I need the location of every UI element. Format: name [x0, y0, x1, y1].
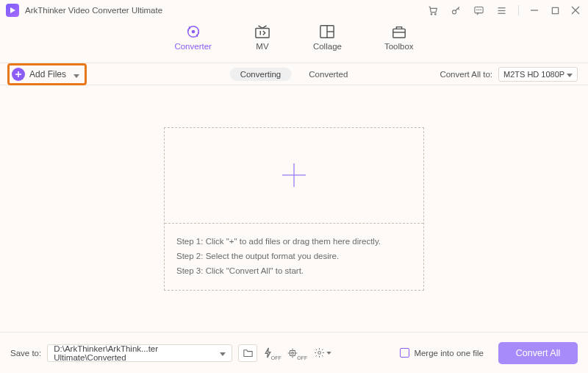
svg-marker-0	[10, 7, 15, 13]
svg-point-2	[434, 13, 436, 15]
instructions: Step 1: Click "+" to add files or drag t…	[165, 224, 423, 290]
minimize-button[interactable]	[529, 5, 539, 15]
convert-all-to-label: Convert All to:	[440, 70, 492, 79]
maximize-button[interactable]	[550, 5, 560, 15]
drop-zone-add[interactable]	[165, 128, 423, 224]
tab-label: Collage	[313, 42, 342, 51]
menu-icon[interactable]	[495, 4, 507, 16]
save-to-label: Save to:	[10, 349, 41, 358]
main-area: Step 1: Click "+" to add files or drag t…	[0, 85, 588, 332]
add-files-button[interactable]: Add Files	[10, 66, 84, 82]
bolt-icon: OFF	[264, 347, 282, 358]
tab-collage[interactable]: Collage	[313, 24, 342, 51]
close-button[interactable]	[570, 5, 581, 15]
convert-all-label: Convert All	[516, 348, 560, 358]
logo-icon	[9, 7, 16, 14]
svg-point-16	[191, 30, 195, 34]
main-tabs: Converter MV Collage Toolbox	[0, 21, 588, 63]
tab-converting[interactable]: Converting	[230, 68, 292, 81]
mv-icon	[254, 24, 270, 40]
toolbox-icon	[391, 24, 407, 40]
gpu-button[interactable]: OFF	[288, 344, 307, 362]
cart-icon[interactable]	[427, 4, 439, 16]
svg-point-1	[431, 13, 432, 15]
large-plus-icon	[278, 159, 310, 191]
feedback-icon[interactable]	[473, 4, 484, 16]
title-actions	[427, 4, 519, 16]
tab-mv[interactable]: MV	[254, 24, 270, 51]
svg-marker-37	[327, 352, 331, 355]
svg-rect-12	[552, 7, 558, 13]
save-path-select[interactable]: D:\ArkThinker\ArkThink...ter Ultimate\Co…	[47, 344, 232, 362]
tab-toolbox[interactable]: Toolbox	[384, 24, 414, 51]
caret-down-icon	[567, 70, 573, 79]
svg-rect-17	[256, 28, 269, 38]
plus-icon	[12, 68, 25, 81]
app-logo	[6, 4, 19, 17]
step-3: Step 3: Click "Convert All" to start.	[176, 263, 412, 278]
merge-checkbox[interactable]: Merge into one file	[400, 348, 484, 358]
step-2: Step 2: Select the output format you des…	[176, 249, 412, 263]
collage-icon	[319, 24, 335, 40]
titlebar: ArkThinker Video Converter Ultimate	[0, 0, 588, 21]
add-files-label: Add Files	[29, 69, 66, 79]
folder-icon	[243, 348, 254, 358]
tab-label: Converter	[174, 42, 212, 51]
svg-rect-30	[290, 350, 295, 355]
tab-converter[interactable]: Converter	[174, 24, 212, 51]
settings-button[interactable]	[313, 344, 332, 362]
checkbox-icon	[400, 348, 409, 358]
gear-icon	[314, 347, 331, 358]
svg-point-7	[480, 9, 481, 10]
caret-down-icon	[220, 349, 226, 358]
open-folder-button[interactable]	[238, 344, 257, 362]
svg-point-36	[318, 352, 321, 355]
caret-down-icon	[74, 68, 79, 81]
svg-point-3	[452, 10, 456, 13]
output-format-select[interactable]: M2TS HD 1080P	[498, 67, 578, 82]
svg-point-5	[476, 9, 477, 10]
save-path-value: D:\ArkThinker\ArkThink...ter Ultimate\Co…	[54, 344, 220, 362]
bottom-bar: Save to: D:\ArkThinker\ArkThink...ter Ul…	[0, 332, 588, 373]
key-icon[interactable]	[450, 4, 462, 16]
svg-marker-29	[220, 352, 226, 356]
svg-point-6	[478, 9, 479, 10]
svg-marker-26	[567, 74, 573, 77]
divider	[518, 5, 519, 15]
secondary-bar: Add Files Converting Converted Convert A…	[0, 63, 588, 85]
svg-point-31	[292, 352, 294, 354]
hw-accel-button[interactable]: OFF	[263, 344, 282, 362]
chip-icon: OFF	[287, 348, 308, 358]
caret-down-icon	[326, 352, 331, 355]
drop-zone: Step 1: Click "+" to add files or drag t…	[164, 127, 424, 291]
window-controls	[529, 5, 581, 15]
app-title: ArkThinker Video Converter Ultimate	[25, 6, 162, 15]
converter-icon	[185, 24, 201, 40]
format-value: M2TS HD 1080P	[503, 70, 564, 79]
svg-rect-21	[393, 29, 405, 38]
merge-label: Merge into one file	[414, 349, 484, 358]
convert-all-button[interactable]: Convert All	[498, 342, 578, 364]
tab-converted[interactable]: Converted	[298, 68, 358, 81]
svg-marker-25	[74, 74, 79, 78]
tab-label: Toolbox	[384, 42, 414, 51]
status-tabs: Converting Converted	[230, 68, 359, 81]
tab-label: MV	[256, 42, 268, 51]
step-1: Step 1: Click "+" to add files or drag t…	[176, 234, 412, 249]
